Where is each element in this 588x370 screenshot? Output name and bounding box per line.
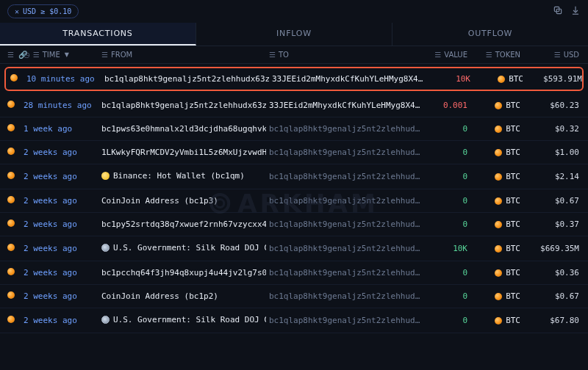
cell-token[interactable]: BTC <box>470 148 520 157</box>
cell-time: 2 weeks ago <box>24 291 98 301</box>
filter-icon: ☰ <box>486 51 492 59</box>
cell-token[interactable]: BTC <box>470 220 520 229</box>
cell-value: 0.001 <box>425 101 467 110</box>
cell-to[interactable]: bc1qlap8hkt9genaljz5nt2zlehhudx63zl… <box>269 316 422 325</box>
tab-inflow[interactable]: INFLOW <box>196 23 392 46</box>
copy-icon[interactable] <box>553 5 563 18</box>
cell-to[interactable]: bc1qlap8hkt9genaljz5nt2zlehhudx63zl… <box>269 124 422 134</box>
cell-token[interactable]: BTC <box>473 74 523 84</box>
table-row[interactable]: 1 week agobc1pws63e0hmnalx2ld3dcjdha68ug… <box>0 117 588 141</box>
btc-icon <box>495 317 502 324</box>
cell-from[interactable]: CoinJoin Address (bc1p3) <box>101 196 266 206</box>
cell-usd: $0.67 <box>523 196 579 206</box>
cell-usd: $669.35M <box>523 244 579 253</box>
cell-from[interactable]: bc1pws63e0hmnalx2ld3dcjdha68ugqhvkx… <box>101 124 266 134</box>
cell-usd: $593.91M <box>526 74 582 84</box>
cell-token[interactable]: BTC <box>470 124 520 134</box>
cell-to[interactable]: bc1qlap8hkt9genaljz5nt2zlehhudx63zl… <box>269 220 422 229</box>
btc-icon <box>495 173 502 181</box>
table-row[interactable]: 10 minutes agobc1qlap8hkt9genaljz5nt2zle… <box>4 67 584 91</box>
cell-usd: $2.14 <box>523 172 579 181</box>
table-row[interactable]: 2 weeks agoU.S. Government: Silk Road DO… <box>0 308 588 333</box>
col-usd[interactable]: ☰ USD <box>523 51 579 59</box>
col-value[interactable]: ☰ VALUE <box>425 51 467 59</box>
btc-icon <box>495 221 502 228</box>
cell-time: 2 weeks ago <box>24 196 98 206</box>
cell-from[interactable]: bc1py52srtdq38q7xwuef2rnh67vzycxx4a… <box>101 220 266 229</box>
close-icon[interactable]: ✕ <box>15 7 19 15</box>
cell-to[interactable]: bc1qlap8hkt9genaljz5nt2zlehhudx63zl… <box>269 172 422 181</box>
btc-icon <box>495 149 502 156</box>
tab-outflow[interactable]: OUTFLOW <box>392 23 588 46</box>
cell-from[interactable]: bc1pcchq64f3jh94q8xupj4u44jv2lg7s09… <box>101 268 266 278</box>
cell-time: 2 weeks ago <box>24 244 98 253</box>
cell-token[interactable]: BTC <box>470 172 520 181</box>
cell-time: 10 minutes ago <box>26 74 101 84</box>
btc-icon <box>495 197 502 205</box>
filter-icon: ☰ <box>101 51 108 59</box>
cell-from[interactable]: bc1qlap8hkt9genaljz5nt2zlehhudx63zl… <box>101 101 266 110</box>
col-time[interactable]: ◷ ☰ TIME ▼ <box>24 51 98 59</box>
filter-icon[interactable]: ☰ <box>7 51 14 59</box>
cell-token[interactable]: BTC <box>470 196 520 206</box>
cell-value: 0 <box>425 196 467 206</box>
cell-usd: $1.00 <box>523 148 579 157</box>
cell-from[interactable]: bc1qlap8hkt9genaljz5nt2zlehhudx63zl… <box>104 74 269 84</box>
cell-token[interactable]: BTC <box>470 268 520 278</box>
btc-icon <box>498 76 505 83</box>
col-to[interactable]: ☰ TO <box>269 51 422 59</box>
filter-chip[interactable]: ✕ USD ≥ $0.10 <box>7 4 79 18</box>
btc-icon <box>7 220 15 227</box>
table-body: 10 minutes agobc1qlap8hkt9genaljz5nt2zle… <box>0 67 588 333</box>
cell-token[interactable]: BTC <box>470 101 520 110</box>
btc-icon <box>10 74 18 81</box>
table-row[interactable]: 2 weeks ago1LKwkyFQRrMCDV2yVmbi1L5z6MxUj… <box>0 141 588 164</box>
btc-icon <box>7 244 15 251</box>
tab-transactions[interactable]: TRANSACTIONS <box>0 23 196 46</box>
col-from[interactable]: ☰ FROM <box>101 51 266 59</box>
seal-icon <box>101 316 110 324</box>
tabs: TRANSACTIONS INFLOW OUTFLOW <box>0 23 588 46</box>
table-row[interactable]: 28 minutes agobc1qlap8hkt9genaljz5nt2zle… <box>0 94 588 117</box>
filter-chip-label: USD ≥ $0.10 <box>23 7 71 15</box>
cell-to[interactable]: bc1qlap8hkt9genaljz5nt2zlehhudx63zl… <box>269 148 422 157</box>
cell-to[interactable]: 33JEEid2mMhyxdkCfKuhYLeHMyg8X4jnoE <box>272 74 425 84</box>
table-row[interactable]: 2 weeks agoCoinJoin Address (bc1p3)bc1ql… <box>0 189 588 213</box>
cell-from[interactable]: 1LKwkyFQRrMCDV2yVmbi1L5z6MxUjzvwdH <box>101 148 266 157</box>
cell-value: 0 <box>425 148 467 157</box>
btc-icon <box>495 126 502 133</box>
filter-icon: ☰ <box>33 51 40 59</box>
table-row[interactable]: 2 weeks agoU.S. Government: Silk Road DO… <box>0 236 588 261</box>
download-icon[interactable] <box>570 5 581 18</box>
cell-value: 0 <box>425 172 467 181</box>
table-row[interactable]: 2 weeks agobc1py52srtdq38q7xwuef2rnh67vz… <box>0 213 588 236</box>
cell-to[interactable]: bc1qlap8hkt9genaljz5nt2zlehhudx63zl… <box>269 268 422 278</box>
clock-icon: ◷ <box>24 51 30 59</box>
cell-value: 10K <box>428 74 470 84</box>
cell-to[interactable]: bc1qlap8hkt9genaljz5nt2zlehhudx63zl… <box>269 196 422 206</box>
chevron-down-icon: ▼ <box>65 51 69 58</box>
cell-token[interactable]: BTC <box>470 316 520 325</box>
cell-usd: $0.37 <box>523 220 579 229</box>
table-row[interactable]: 2 weeks agobc1pcchq64f3jh94q8xupj4u44jv2… <box>0 261 588 285</box>
cell-from[interactable]: U.S. Government: Silk Road DOJ Conf <box>101 243 266 254</box>
cell-to[interactable]: 33JEEid2mMhyxdkCfKuhYLeHMyg8X4jnoE <box>269 101 422 110</box>
btc-icon <box>495 245 502 253</box>
cell-from[interactable]: U.S. Government: Silk Road DOJ C… <box>101 315 266 326</box>
cell-from[interactable]: Binance: Hot Wallet (bc1qm) <box>101 171 266 182</box>
cell-to[interactable]: bc1qlap8hkt9genaljz5nt2zlehhudx63zl… <box>269 244 422 253</box>
binance-icon <box>101 172 110 180</box>
col-token[interactable]: ☰ TOKEN <box>470 51 520 59</box>
btc-icon <box>7 124 15 131</box>
cell-token[interactable]: BTC <box>470 244 520 253</box>
cell-to[interactable]: bc1qlap8hkt9genaljz5nt2zlehhudx63zl… <box>269 291 422 301</box>
table-row[interactable]: 2 weeks agoCoinJoin Address (bc1p2)bc1ql… <box>0 285 588 308</box>
cell-value: 0 <box>425 124 467 134</box>
cell-token[interactable]: BTC <box>470 291 520 301</box>
btc-icon <box>495 102 502 109</box>
cell-time: 2 weeks ago <box>24 148 98 157</box>
cell-value: 0 <box>425 291 467 301</box>
cell-from[interactable]: CoinJoin Address (bc1p2) <box>101 291 266 301</box>
table-row[interactable]: 2 weeks agoBinance: Hot Wallet (bc1qm)bc… <box>0 164 588 189</box>
cell-value: 0 <box>425 268 467 278</box>
